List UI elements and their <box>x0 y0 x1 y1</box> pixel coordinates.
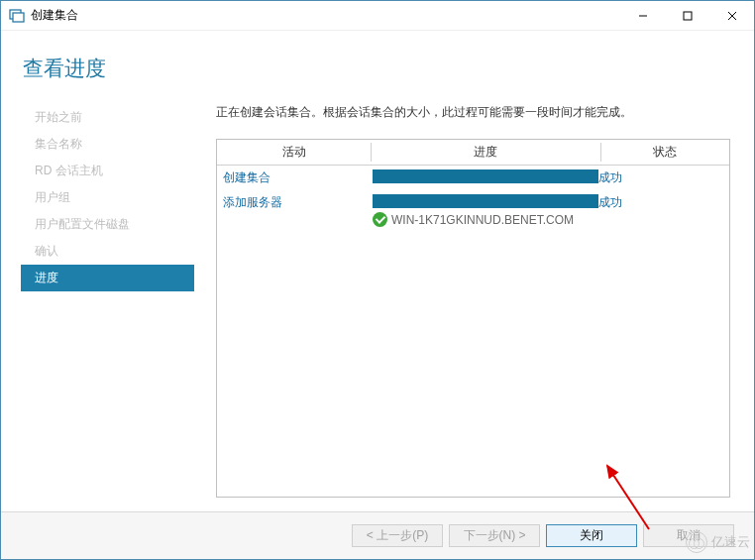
watermark-logo-icon <box>686 531 707 553</box>
sidebar-item-progress[interactable]: 进度 <box>21 265 194 291</box>
content-pane: 正在创建会话集合。根据会话集合的大小，此过程可能需要一段时间才能完成。 活动 进… <box>194 96 754 511</box>
progress-bar <box>373 194 598 208</box>
close-window-button[interactable] <box>709 2 754 30</box>
svg-rect-3 <box>684 12 692 20</box>
cell-activity: 添加服务器 <box>219 194 373 227</box>
description-text: 正在创建会话集合。根据会话集合的大小，此过程可能需要一段时间才能完成。 <box>216 96 730 139</box>
watermark-text: 亿速云 <box>711 533 750 551</box>
titlebar: 创建集合 <box>1 1 754 31</box>
next-button: 下一步(N) > <box>449 524 540 547</box>
sidebar-item-user-group: 用户组 <box>21 184 194 211</box>
sidebar-item-before-start: 开始之前 <box>21 104 194 131</box>
col-progress: 进度 <box>371 140 600 165</box>
cell-status: 成功 <box>598 169 727 186</box>
sidebar-item-profile-disk: 用户配置文件磁盘 <box>21 211 194 238</box>
page-heading: 查看进度 <box>1 31 754 96</box>
maximize-button[interactable] <box>665 2 709 30</box>
prev-button: < 上一步(P) <box>352 524 443 547</box>
grid-header: 活动 进度 状态 <box>217 140 729 166</box>
svg-rect-1 <box>13 13 24 22</box>
cell-activity: 创建集合 <box>219 169 373 186</box>
grid-row: 创建集合 成功 <box>217 166 729 190</box>
sidebar-item-confirm: 确认 <box>21 238 194 265</box>
watermark: 亿速云 <box>686 531 750 553</box>
window-title: 创建集合 <box>31 7 620 24</box>
cell-progress <box>373 169 598 186</box>
sidebar-item-rd-session-host: RD 会话主机 <box>21 158 194 184</box>
cell-status: 成功 <box>598 194 727 227</box>
cell-progress: WIN-1K71GKINNUD.BENET.COM <box>373 194 598 227</box>
app-icon <box>9 8 25 24</box>
sidebar-item-collection-name: 集合名称 <box>21 131 194 158</box>
wizard-footer: < 上一步(P) 下一步(N) > 关闭 取消 <box>1 511 754 559</box>
col-activity: 活动 <box>217 140 371 165</box>
step-sidebar: 开始之前 集合名称 RD 会话主机 用户组 用户配置文件磁盘 确认 进度 <box>21 96 194 511</box>
wizard-window: 创建集合 查看进度 开始之前 集合名称 RD 会话主机 用户组 用户配置文件磁盘… <box>0 0 755 560</box>
success-check-icon <box>373 212 387 227</box>
close-button[interactable]: 关闭 <box>546 524 637 547</box>
grid-row: 添加服务器 WIN-1K71GKINNUD.BENET.COM 成功 <box>217 190 729 231</box>
progress-bar <box>373 169 598 183</box>
server-name: WIN-1K71GKINNUD.BENET.COM <box>391 213 574 227</box>
wizard-body: 查看进度 开始之前 集合名称 RD 会话主机 用户组 用户配置文件磁盘 确认 进… <box>1 31 754 511</box>
server-line: WIN-1K71GKINNUD.BENET.COM <box>373 210 598 227</box>
minimize-button[interactable] <box>620 2 665 30</box>
wizard-main: 开始之前 集合名称 RD 会话主机 用户组 用户配置文件磁盘 确认 进度 正在创… <box>1 96 754 511</box>
progress-grid: 活动 进度 状态 创建集合 成功 添加服务器 <box>216 139 730 498</box>
col-status: 状态 <box>600 140 729 165</box>
